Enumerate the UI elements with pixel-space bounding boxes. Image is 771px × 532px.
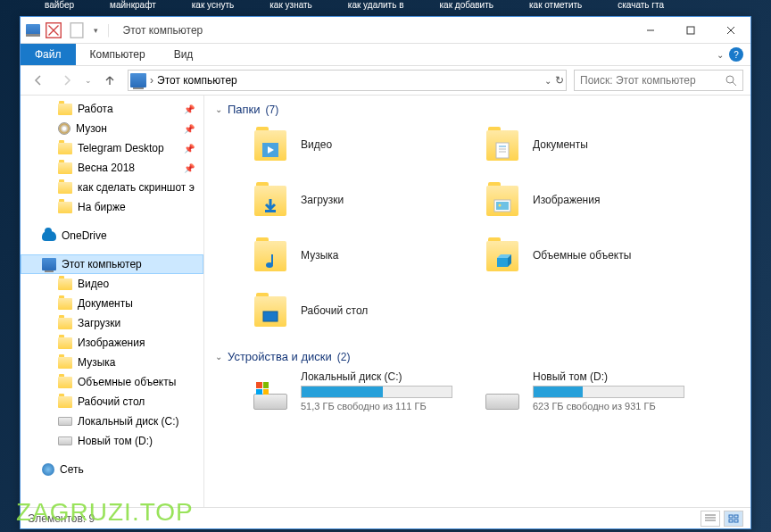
group-header-folders[interactable]: ⌄ Папки (7) <box>215 103 750 116</box>
group-header-drives[interactable]: ⌄ Устройства и диски (2) <box>215 350 750 363</box>
sidebar-item[interactable]: Новый том (D:) <box>21 431 203 451</box>
group-title-drives: Устройства и диски <box>228 350 332 363</box>
minimize-button[interactable] <box>630 17 670 43</box>
sidebar-item-label: Изображения <box>78 337 145 349</box>
drive-usage-bar <box>301 386 452 398</box>
folder-item[interactable]: Видео <box>251 123 483 166</box>
onedrive-icon <box>42 231 56 241</box>
view-details-button[interactable] <box>701 511 720 527</box>
desktop-shortcut[interactable]: как добавить <box>440 0 493 16</box>
folder-icon <box>251 236 290 275</box>
sidebar-item[interactable]: Изображения <box>21 333 203 353</box>
sidebar-item[interactable]: Весна 2018📌 <box>21 158 203 178</box>
folder-label: Объемные объекты <box>533 249 631 262</box>
sidebar-item[interactable]: Документы <box>21 294 203 313</box>
sidebar-item[interactable]: Рабочий стол <box>21 392 203 411</box>
qat-properties-icon[interactable] <box>44 21 63 40</box>
drive-icon <box>483 370 522 410</box>
sidebar-item[interactable]: На бирже <box>21 197 203 217</box>
sidebar-item[interactable]: как сделать скриншот э <box>21 178 203 197</box>
address-bar[interactable]: › Этот компьютер ⌄ ↻ <box>128 70 567 91</box>
drive-icon <box>251 370 290 410</box>
desktop-shortcut[interactable]: как отметить <box>529 0 582 16</box>
folder-icon <box>58 298 72 310</box>
address-history-icon[interactable]: ⌄ <box>544 76 551 86</box>
disc-icon <box>58 122 70 135</box>
svg-rect-20 <box>263 312 278 321</box>
maximize-button[interactable] <box>670 17 710 43</box>
help-icon[interactable]: ? <box>729 47 743 62</box>
sidebar-item[interactable]: Этот компьютер <box>21 254 203 274</box>
drive-free-text: 51,3 ГБ свободно из 111 ГБ <box>301 401 452 411</box>
close-button[interactable] <box>710 17 750 43</box>
back-button[interactable] <box>28 70 49 91</box>
tab-view[interactable]: Вид <box>160 44 208 65</box>
folder-label: Изображения <box>533 194 600 206</box>
address-text: Этот компьютер <box>157 74 541 87</box>
sidebar-item-label: OneDrive <box>62 229 107 242</box>
sidebar-item[interactable]: Сеть <box>21 460 203 479</box>
svg-rect-8 <box>496 143 509 158</box>
folder-item[interactable]: Музыка <box>251 234 483 277</box>
titlebar: ▾ │ Этот компьютер <box>21 17 750 44</box>
folder-icon <box>251 291 290 330</box>
desktop-shortcut[interactable]: как узнать <box>269 0 312 16</box>
search-box[interactable] <box>574 70 743 91</box>
address-arrow-icon[interactable]: › <box>150 74 153 87</box>
folder-icon <box>58 104 72 115</box>
svg-rect-3 <box>687 27 694 34</box>
desktop-icons-row: вайбермайнкрафткак уснутькак узнатькак у… <box>0 0 771 16</box>
drive-item[interactable]: Локальный диск (C:)51,3 ГБ свободно из 1… <box>251 370 483 411</box>
svg-point-4 <box>726 76 734 83</box>
window-title: Этот компьютер <box>123 24 203 37</box>
folder-item[interactable]: Загрузки <box>251 179 483 221</box>
sidebar-item[interactable]: Видео <box>21 274 203 294</box>
qat-dropdown-icon[interactable]: ▾ <box>90 26 102 35</box>
svg-rect-12 <box>265 210 276 212</box>
sidebar-item[interactable]: Загрузки <box>21 313 203 333</box>
group-count-folders: (7) <box>266 104 279 116</box>
folder-label: Документы <box>533 138 588 151</box>
folder-item[interactable]: Изображения <box>483 179 715 221</box>
group-title-folders: Папки <box>228 103 261 116</box>
refresh-icon[interactable]: ↻ <box>555 74 564 87</box>
sidebar-item[interactable]: Объемные объекты <box>21 372 203 392</box>
pin-icon: 📌 <box>184 144 195 154</box>
desktop-shortcut[interactable]: как удалить в <box>348 0 404 16</box>
chevron-down-icon: ⌄ <box>215 104 222 114</box>
sidebar-item[interactable]: Музыка <box>21 353 203 372</box>
desktop-shortcut[interactable]: скачать гта <box>618 0 664 16</box>
recent-dropdown-icon[interactable]: ⌄ <box>85 76 92 85</box>
sidebar-item[interactable]: Музон📌 <box>21 119 203 138</box>
address-pc-icon <box>130 73 146 87</box>
tab-file[interactable]: Файл <box>21 44 76 65</box>
sidebar-item-label: Объемные объекты <box>78 376 176 388</box>
net-icon <box>42 463 54 476</box>
sidebar-item[interactable]: Работа📌 <box>21 99 203 119</box>
folder-item[interactable]: Объемные объекты <box>483 234 715 277</box>
ribbon-expand-icon[interactable]: ⌄ <box>717 50 724 60</box>
sidebar-item-label: Загрузки <box>78 317 120 329</box>
sidebar-item[interactable]: Локальный диск (C:) <box>21 411 203 431</box>
folder-item[interactable]: Рабочий стол <box>251 289 483 332</box>
desktop-shortcut[interactable]: майнкрафт <box>110 0 156 16</box>
folder-icon <box>58 396 72 408</box>
forward-button[interactable] <box>56 70 78 91</box>
search-input[interactable] <box>580 74 725 87</box>
pin-icon: 📌 <box>184 124 195 134</box>
tab-computer[interactable]: Компьютер <box>76 44 160 65</box>
qat-blank-icon[interactable] <box>67 21 87 40</box>
folder-label: Загрузки <box>301 194 344 206</box>
sidebar-item-label: Работа <box>78 103 113 115</box>
sidebar-item[interactable]: OneDrive <box>21 226 203 245</box>
desktop-shortcut[interactable]: вайбер <box>45 0 74 16</box>
drive-item[interactable]: Новый том (D:)623 ГБ свободно из 931 ГБ <box>483 370 715 411</box>
view-tiles-button[interactable] <box>724 511 743 527</box>
desktop-shortcut[interactable]: как уснуть <box>192 0 235 16</box>
sidebar-item[interactable]: Telegram Desktop📌 <box>21 138 203 158</box>
group-count-drives: (2) <box>337 351 351 363</box>
content-pane: ⌄ Папки (7) ВидеоДокументыЗагрузкиИзобра… <box>204 96 750 507</box>
up-button[interactable] <box>99 70 120 91</box>
folder-item[interactable]: Документы <box>483 123 715 166</box>
folder-label: Музыка <box>301 249 338 262</box>
